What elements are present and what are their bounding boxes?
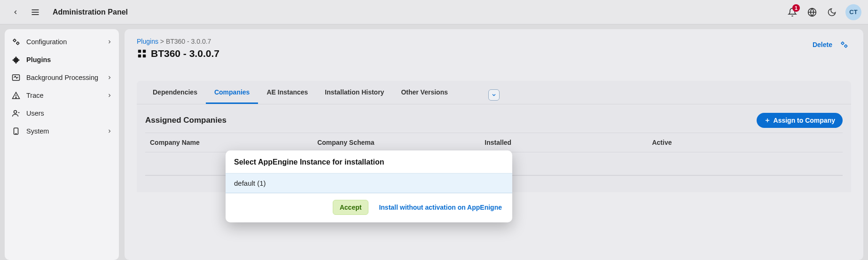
col-active[interactable]: Active [647,133,843,152]
hamburger-icon [31,8,40,17]
col-company-schema[interactable]: Company Schema [313,133,480,152]
svg-point-9 [16,97,16,98]
main-content: Plugins > BT360 - 3.0.0.7 BT360 - 3.0.0.… [125,29,863,260]
col-company-name[interactable]: Company Name [145,133,313,152]
breadcrumb-current: BT360 - 3.0.0.7 [166,38,211,45]
assign-button-label: Assign to Company [774,117,835,124]
tab-installation-history[interactable]: Installation History [316,81,392,104]
breadcrumb-separator: > [158,38,166,45]
language-button[interactable] [803,3,821,21]
notifications-button[interactable]: 1 [783,3,801,21]
svg-rect-16 [138,55,141,57]
plus-icon [764,117,771,124]
delete-button[interactable]: Delete [813,41,832,48]
svg-point-10 [14,110,17,113]
sidebar-item-label: Configuration [26,38,67,46]
chevron-right-icon [107,93,112,98]
notification-badge: 1 [792,4,800,12]
warning-icon [11,91,21,100]
collapse-header-toggle[interactable] [488,89,500,101]
plugin-icon [137,48,147,59]
sidebar-item-system[interactable]: System [5,122,119,140]
breadcrumb: Plugins > BT360 - 3.0.0.7 [137,38,219,45]
dialog-title: Select AppEngine Instance for installati… [226,150,512,173]
device-icon [11,127,21,135]
globe-icon [807,8,817,17]
svg-rect-14 [138,50,141,53]
dialog-option-default[interactable]: default (1) [226,173,512,193]
sidebar-item-label: System [26,127,49,135]
tab-other-versions[interactable]: Other Versions [392,81,456,104]
app-header: Administration Panel 1 CT [0,0,868,24]
table-header-row: Company Name Company Schema Installed Ac… [145,133,843,152]
svg-point-19 [845,45,847,47]
sidebar-item-users[interactable]: Users [5,104,119,122]
breadcrumb-root-link[interactable]: Plugins [137,38,158,45]
page-title: BT360 - 3.0.0.7 [151,48,219,59]
sidebar-item-background-processing[interactable]: Background Processing [5,69,119,87]
install-without-activation-link[interactable]: Install without activation on AppEnigne [379,204,502,211]
assign-to-company-button[interactable]: Assign to Company [757,113,843,128]
chevron-right-icon [107,39,112,45]
svg-point-6 [17,42,19,45]
chevron-left-icon [12,9,19,16]
sidebar-item-configuration[interactable]: Configuration [5,33,119,51]
chevron-right-icon [107,128,112,134]
svg-rect-17 [143,55,146,57]
tab-ae-instances[interactable]: AE Instances [258,81,316,104]
col-installed[interactable]: Installed [480,133,647,152]
svg-rect-15 [143,50,146,53]
sidebar-item-label: Trace [26,92,44,99]
theme-toggle-button[interactable] [823,3,841,21]
sidebar-item-label: Plugins [26,56,51,63]
svg-point-18 [842,42,844,45]
section-title: Assigned Companies [145,116,227,125]
sidebar-item-label: Background Processing [26,74,98,81]
chevron-right-icon [107,75,112,80]
gears-icon [11,38,21,46]
sidebar: Configuration Plugins Background Process… [5,29,119,260]
accept-button[interactable]: Accept [333,200,369,215]
select-appengine-dialog: Select AppEngine Instance for installati… [226,150,512,222]
activity-icon [11,73,21,82]
chevron-down-icon [491,92,497,98]
user-avatar[interactable]: CT [845,4,861,20]
page-settings-button[interactable] [837,38,851,52]
sidebar-item-label: Users [26,110,44,117]
user-icon [11,109,21,118]
puzzle-icon [11,55,21,64]
menu-toggle-button[interactable] [26,3,44,21]
svg-point-5 [14,39,16,42]
sidebar-item-trace[interactable]: Trace [5,87,119,104]
sidebar-item-plugins[interactable]: Plugins [5,51,119,69]
moon-icon [827,8,837,17]
app-title: Administration Panel [53,8,128,16]
tab-companies[interactable]: Companies [206,81,258,104]
back-button[interactable] [7,3,24,21]
gears-icon [840,40,848,49]
tab-dependencies[interactable]: Dependencies [144,81,206,104]
